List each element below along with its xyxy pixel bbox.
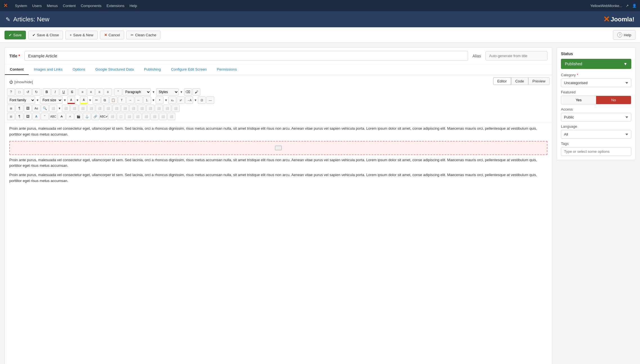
tab-permissions[interactable]: Permissions (212, 64, 242, 75)
category-select[interactable]: Uncategorised (561, 78, 631, 87)
block13-btn[interactable]: ⬜ (163, 105, 171, 112)
align-justify-btn[interactable]: ≡ (104, 88, 112, 96)
styles-select[interactable]: Styles (156, 88, 179, 96)
featured-yes-btn[interactable]: Yes (561, 96, 596, 104)
tab-images-links[interactable]: Images and Links (29, 64, 68, 75)
ul-btn[interactable]: • (156, 96, 164, 104)
block6-btn[interactable]: ⬜ (104, 105, 112, 112)
title-input[interactable] (24, 51, 468, 61)
ltr-btn[interactable]: →A (185, 96, 193, 104)
small-btn[interactable]: A (66, 113, 74, 120)
cut-btn[interactable]: ✂ (93, 96, 100, 104)
superscript-btn[interactable]: x² (177, 96, 185, 104)
blockquote-btn[interactable]: " (114, 88, 122, 96)
pagebreak-btn[interactable]: ⬜ (108, 113, 116, 120)
find-btn[interactable]: 🔍 (41, 105, 49, 112)
undo-btn[interactable]: ↺ (24, 88, 32, 96)
spell-btn[interactable]: ABC✔ (100, 113, 108, 120)
ol-btn[interactable]: 1. (143, 96, 151, 104)
status-dropdown[interactable]: Published ▼ (561, 59, 631, 69)
quote2-btn[interactable]: " (41, 113, 49, 120)
block1-btn[interactable]: ⬜ (62, 105, 70, 112)
tab-configure[interactable]: Configure Edit Screen (166, 64, 212, 75)
code-view-btn[interactable]: Code (511, 77, 528, 85)
nav-extensions[interactable]: Extensions (107, 4, 125, 8)
hr-btn[interactable]: — (206, 96, 214, 104)
format-paint-btn[interactable]: 🖌 (193, 88, 200, 96)
font-size-select[interactable]: Font size (40, 96, 62, 104)
readmore-btn[interactable]: ⬚ (117, 113, 125, 120)
abbr-btn[interactable]: ABC (49, 113, 57, 120)
font-family-select[interactable]: Font family (7, 96, 35, 104)
align-right-btn[interactable]: ≡ (95, 88, 103, 96)
block4-btn[interactable]: ⬜ (87, 105, 95, 112)
block11-btn[interactable]: ⬜ (146, 105, 154, 112)
nav-components[interactable]: Components (81, 4, 102, 8)
frame-btn[interactable]: ⬜ (49, 105, 57, 112)
block2-btn[interactable]: ⬜ (70, 105, 78, 112)
outdent-btn[interactable]: ← (135, 96, 143, 104)
underline-btn[interactable]: U (60, 88, 68, 96)
italic-btn[interactable]: I (51, 88, 59, 96)
pilcrow-btn[interactable]: ¶ (15, 105, 23, 112)
text-color-btn[interactable]: A (67, 96, 75, 104)
cancel-button[interactable]: ✕ Cancel (100, 31, 124, 39)
tab-google-structured[interactable]: Google Structured Data (90, 64, 139, 75)
tab-options[interactable]: Options (68, 64, 90, 75)
nav-help[interactable]: Help (129, 4, 137, 8)
subscript-btn[interactable]: x₂ (168, 96, 176, 104)
block9-btn[interactable]: ⬜ (129, 105, 137, 112)
extra2-btn[interactable]: ⬜ (151, 113, 158, 120)
link-btn[interactable]: 🔗 (91, 113, 99, 120)
show-hide-button[interactable]: ⏻ [show/hide] (7, 79, 35, 85)
block10-btn[interactable]: ⬜ (138, 105, 146, 112)
img2-btn[interactable]: 🖼 (24, 113, 32, 120)
preview-view-btn[interactable]: Preview (528, 77, 550, 85)
help-button[interactable]: ? Help (613, 30, 635, 40)
nav-users[interactable]: Users (32, 4, 42, 8)
clean-cache-button[interactable]: ✂ Clean Cache (126, 31, 160, 39)
editor-content[interactable]: Proin ante purus, malesuada vel consecte… (5, 122, 552, 207)
paste-btn[interactable]: 📋 (109, 96, 117, 104)
block5-btn[interactable]: ⬜ (96, 105, 104, 112)
block8-btn[interactable]: ⬜ (121, 105, 129, 112)
snippet-btn[interactable]: ⬜ (125, 113, 133, 120)
eraser-btn[interactable]: ⌫ (184, 88, 192, 96)
bg-color-btn[interactable]: A (80, 96, 88, 104)
tags-input[interactable] (561, 147, 631, 156)
media-btn[interactable]: 🎬 (75, 113, 82, 120)
paragraph-select[interactable]: Paragraph (123, 88, 151, 96)
nav-system[interactable]: System (15, 4, 27, 8)
field-btn[interactable]: ⬜ (134, 113, 142, 120)
language-select[interactable]: All (561, 130, 631, 139)
align-left-btn[interactable]: ≡ (79, 88, 86, 96)
paste-text-btn[interactable]: T (118, 96, 126, 104)
editor-view-btn[interactable]: Editor (493, 77, 511, 85)
indent-btn[interactable]: → (126, 96, 134, 104)
user-label[interactable]: YellowWebMonke... (590, 4, 622, 8)
row-btn[interactable]: ⊟ (7, 113, 15, 120)
anchor-btn[interactable]: ⚓ (83, 113, 91, 120)
align-center-btn[interactable]: ≡ (87, 88, 95, 96)
extra4-btn[interactable]: ⬜ (167, 113, 175, 120)
alink-btn[interactable]: A (32, 113, 40, 120)
image-btn[interactable]: 🖼 (24, 105, 32, 112)
new-doc-btn[interactable]: □ (15, 88, 23, 96)
block7-btn[interactable]: ⬜ (113, 105, 120, 112)
help-tb-btn[interactable]: ? (7, 88, 15, 96)
tab-publishing[interactable]: Publishing (139, 64, 166, 75)
alias-input[interactable] (485, 51, 547, 60)
char-map-btn[interactable]: Aα (32, 105, 40, 112)
table-btn[interactable]: ⊞ (7, 105, 15, 112)
block3-btn[interactable]: ⬜ (79, 105, 87, 112)
strikethrough-btn[interactable]: S (68, 88, 76, 96)
extra-btn[interactable]: ⬜ (142, 113, 150, 120)
copy-btn[interactable]: ⧉ (101, 96, 109, 104)
bold-btn[interactable]: B (43, 88, 51, 96)
block14-btn[interactable]: ⬜ (172, 105, 180, 112)
block12-btn[interactable]: ⬜ (155, 105, 163, 112)
special-char-btn[interactable]: Ω (198, 96, 206, 104)
strikethrough2-btn[interactable]: A (58, 113, 66, 120)
save-close-button[interactable]: ✔ Save & Close (28, 31, 63, 39)
save-button[interactable]: ✔ Save (5, 31, 26, 39)
